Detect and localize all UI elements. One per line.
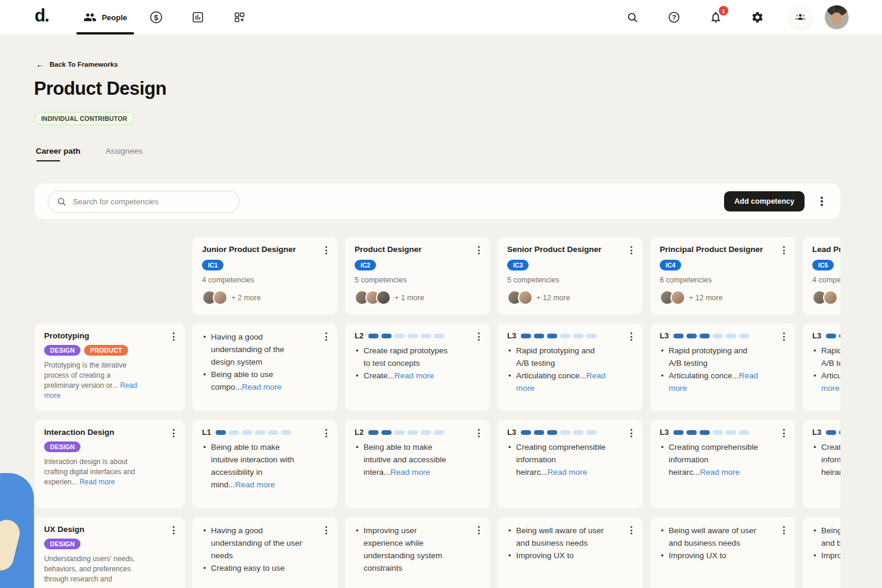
cell-kebab-menu[interactable]	[778, 428, 789, 438]
level-dot	[395, 430, 405, 435]
role-kebab-menu[interactable]	[626, 245, 636, 256]
cell-bullet-list: Being well aware of user and business ne…	[660, 525, 785, 562]
role-assignees[interactable]: + 2 more	[202, 290, 328, 305]
app-logo[interactable]: d.	[35, 7, 49, 28]
nav-tab-people-label: People	[102, 13, 128, 22]
competency-level-cell: Being well aware of user and business ne…	[498, 517, 642, 588]
role-assignees[interactable]: + 12 more	[812, 290, 840, 305]
cell-bullet: Creating comprehensible information heir…	[507, 441, 608, 479]
cell-kebab-menu[interactable]	[321, 331, 331, 342]
bar-chart-icon	[191, 11, 204, 24]
search-competencies-field[interactable]	[48, 191, 240, 213]
cell-bullet-text: Articulating conce...	[669, 371, 739, 380]
cell-kebab-menu[interactable]	[626, 331, 636, 342]
cell-kebab-menu[interactable]	[626, 428, 636, 438]
competency-kebab-menu[interactable]	[168, 525, 179, 536]
nav-tab-analytics[interactable]	[191, 10, 205, 24]
cell-bullet-list: Rapid prototyping and A/B testingArticul…	[660, 345, 785, 395]
level-indicator: L3	[507, 428, 633, 437]
level-dot	[739, 430, 749, 435]
assistant-widget[interactable]	[0, 473, 34, 588]
level-dot	[395, 334, 405, 338]
matrix-corner-spacer	[35, 237, 185, 315]
level-dot	[687, 430, 697, 435]
role-assignees[interactable]: + 12 more	[660, 290, 785, 305]
role-header-card: Senior Product DesignerIC35 competencies…	[498, 237, 642, 315]
read-more-link[interactable]: Read more	[390, 468, 430, 477]
cell-bullet-list: Improving user experience while understa…	[355, 525, 480, 575]
assignees-more-count: + 1 more	[395, 294, 424, 302]
assignees-more-count: + 12 more	[689, 294, 723, 302]
cell-kebab-menu[interactable]	[778, 525, 789, 536]
competency-kebab-menu[interactable]	[168, 331, 179, 342]
role-assignees[interactable]: + 12 more	[507, 290, 633, 305]
cell-bullet: Improving user experience while understa…	[355, 525, 455, 575]
svg-text:?: ?	[672, 14, 676, 21]
cell-kebab-menu[interactable]	[626, 525, 636, 536]
nav-tab-people[interactable]: People	[75, 0, 136, 35]
competency-description-text: Prototyping is the iterative process of …	[44, 361, 126, 390]
read-more-link[interactable]: Read more	[242, 382, 282, 391]
competency-level-cell: L3Creating comprehensible information he…	[498, 420, 642, 508]
cell-kebab-menu[interactable]	[778, 331, 789, 342]
cell-bullet: Being able to make intuitive and accessi…	[355, 441, 455, 479]
role-assignees[interactable]: + 1 more	[355, 290, 480, 305]
back-to-frameworks-link[interactable]: ← Back To Frameworks	[36, 59, 118, 69]
competency-kebab-menu[interactable]	[168, 428, 179, 438]
read-more-link[interactable]: Read more	[548, 468, 588, 477]
read-more-link[interactable]: Read more	[235, 480, 275, 489]
competency-level-cell: L2Being able to make intuitive and acces…	[345, 420, 490, 508]
cell-kebab-menu[interactable]	[473, 331, 484, 342]
role-competency-count: 5 competencies	[355, 276, 480, 284]
toolbar-kebab-menu[interactable]	[816, 196, 827, 207]
assignee-avatar	[670, 290, 685, 305]
role-kebab-menu[interactable]	[473, 245, 484, 256]
nav-tab-apps[interactable]	[232, 10, 247, 24]
level-dot	[713, 430, 723, 435]
nav-tab-finance[interactable]: $	[149, 10, 163, 24]
level-dot	[547, 430, 557, 435]
add-competency-button[interactable]: Add competency	[724, 191, 805, 211]
role-title: Lead Product Designer	[812, 245, 840, 254]
cell-kebab-menu[interactable]	[321, 428, 331, 438]
cell-bullet-text: Being well aware of user and business ne…	[821, 526, 840, 547]
cell-bullet-list: Rapid prototyping and A/B testingArticul…	[507, 345, 633, 395]
cell-bullet-text: Creating easy to use	[211, 564, 285, 573]
level-label: L3	[507, 428, 516, 437]
search-input[interactable]	[73, 197, 231, 206]
org-switcher-button[interactable]	[789, 6, 812, 29]
level-dot	[408, 430, 418, 435]
read-more-link[interactable]: Read more	[395, 371, 434, 380]
level-dot	[434, 334, 444, 338]
level-dot	[739, 334, 749, 338]
help-button[interactable]: ?	[667, 10, 681, 24]
level-dot	[368, 430, 378, 435]
level-label: L3	[507, 331, 516, 340]
level-label: L3	[660, 331, 669, 340]
tab-career-path[interactable]: Career path	[36, 147, 80, 161]
role-kebab-menu[interactable]	[778, 245, 789, 256]
search-button[interactable]	[625, 10, 639, 24]
competency-level-cell: L1Being able to make intuitive interacti…	[192, 420, 337, 508]
notifications-button[interactable]: 1	[709, 10, 723, 24]
read-more-link[interactable]: Read more	[700, 468, 740, 477]
cell-bullet-text: Being well aware of user and business ne…	[516, 526, 604, 547]
cell-kebab-menu[interactable]	[473, 525, 484, 536]
read-more-link[interactable]: Read more	[79, 478, 114, 486]
level-dot	[687, 334, 697, 338]
competency-tag: DESIGN	[44, 539, 80, 549]
cell-kebab-menu[interactable]	[321, 525, 331, 536]
cell-kebab-menu[interactable]	[473, 428, 484, 438]
level-indicator: L1	[202, 428, 328, 437]
help-icon: ?	[667, 11, 681, 24]
cell-bullet-list: Creating comprehensible information heir…	[812, 441, 840, 479]
competency-tag: DESIGN	[44, 441, 80, 452]
competency-level-cell: L3Rapid prototyping and A/B testingArtic…	[498, 323, 642, 411]
role-kebab-menu[interactable]	[321, 245, 331, 256]
settings-button[interactable]	[750, 10, 765, 24]
competency-description: Prototyping is the iterative process of …	[44, 360, 138, 401]
cell-bullet: Articulating conce...Read more	[812, 370, 840, 395]
tab-assignees[interactable]: Assignees	[105, 147, 142, 161]
user-avatar[interactable]	[825, 5, 849, 29]
cell-bullet-list: Being well aware of user and business ne…	[812, 525, 840, 562]
